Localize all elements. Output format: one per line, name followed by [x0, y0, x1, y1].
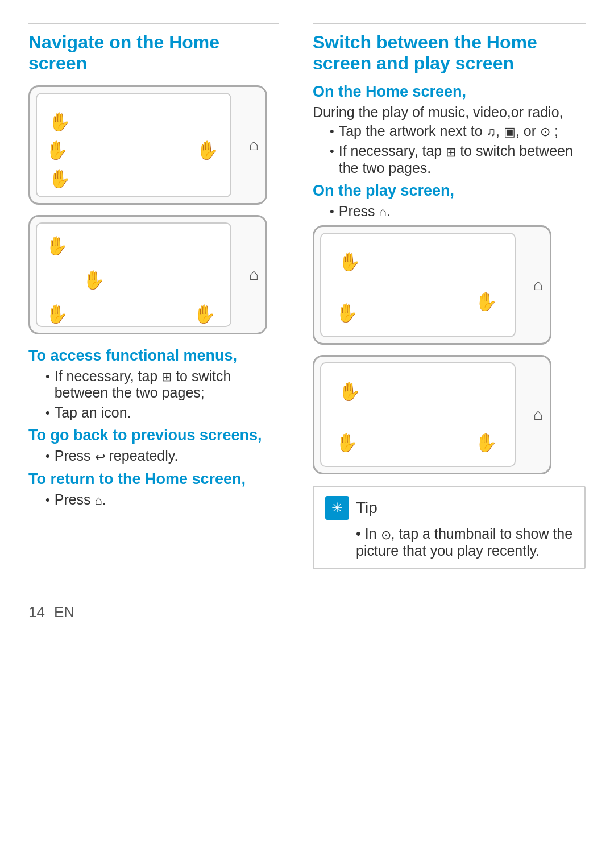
on-home-heading: On the Home screen,	[313, 83, 586, 101]
bullet-back-1-text: Press ↩ repeatedly.	[55, 448, 179, 464]
device-illustration-4: ✋ ✋ ✋ ⌂	[313, 355, 586, 474]
bullet-play-1: Press ⌂.	[330, 203, 586, 220]
bullet-access-1-text: If necessary, tap ⊞ to switch between th…	[55, 368, 279, 401]
page-number: 14	[28, 604, 45, 621]
bullet-home-1: Press ⌂.	[45, 491, 279, 508]
heading-return-home: To return to the Home screen,	[28, 470, 279, 488]
tip-header: ✳ Tip	[325, 496, 573, 520]
on-play-heading: On the play screen,	[313, 182, 586, 200]
swipe-gesture-2: ✋	[45, 139, 68, 161]
bullet-access-1: If necessary, tap ⊞ to switch between th…	[45, 368, 279, 401]
device-4: ✋ ✋ ✋ ⌂	[313, 355, 551, 474]
device-illustration-2: ✋ ✋ ✋ ✋ ⌂	[28, 215, 279, 334]
swipe-gesture-10: ✋	[475, 291, 497, 312]
swipe-gesture-9: ✋	[338, 251, 361, 272]
home-icon-3: ⌂	[533, 276, 543, 294]
right-column: Switch between the Home screen and play …	[313, 23, 586, 569]
left-column: Navigate on the Home screen ✋ ✋ ✋ ✋ ⌂ ✋ …	[28, 23, 279, 569]
swipe-gesture-13: ✋	[335, 432, 358, 453]
on-play-bullets: Press ⌂.	[313, 203, 586, 220]
swipe-gesture-11: ✋	[335, 302, 358, 324]
swipe-gesture-3: ✋	[48, 168, 71, 189]
device-2-screen: ✋ ✋ ✋ ✋	[36, 222, 231, 327]
music-note-icon: ♫	[487, 125, 496, 139]
tip-star-symbol: ✳	[331, 500, 343, 516]
device-1-screen: ✋ ✋ ✋ ✋	[36, 93, 231, 197]
back-arrow-icon: ↩	[95, 450, 105, 465]
swipe-gesture-14: ✋	[475, 432, 497, 453]
instructions-section: To access functional menus, If necessary…	[28, 347, 279, 508]
video-icon: ▣	[504, 125, 516, 139]
device-illustration-1: ✋ ✋ ✋ ✋ ⌂	[28, 85, 279, 205]
radio-icon: ⊙	[540, 125, 550, 139]
swipe-gesture-8: ✋	[193, 303, 216, 325]
swipe-gesture-5: ✋	[45, 235, 68, 257]
tip-box: ✳ Tip • In ⊙, tap a thumbnail to show th…	[313, 486, 586, 569]
right-section-title: Switch between the Home screen and play …	[313, 23, 586, 74]
bullet-home-screen-2-text: If necessary, tap ⊞ to switch between th…	[339, 143, 586, 176]
grid-icon-2: ⊞	[446, 145, 456, 160]
bullet-access-2-text: Tap an icon.	[55, 404, 131, 421]
swipe-gesture-7: ✋	[45, 303, 68, 325]
device-3: ✋ ✋ ✋ ⌂	[313, 225, 551, 345]
bullet-access-2: Tap an icon.	[45, 404, 279, 421]
bullets-go-back: Press ↩ repeatedly.	[28, 448, 279, 464]
tip-photo-icon: ⊙	[381, 528, 391, 543]
home-icon-1: ⌂	[249, 136, 259, 154]
page-footer: 14 EN	[28, 604, 586, 621]
swipe-gesture-12: ✋	[338, 381, 361, 402]
device-2: ✋ ✋ ✋ ✋ ⌂	[28, 215, 267, 334]
grid-icon-1: ⊞	[161, 370, 172, 385]
tip-content: • In ⊙, tap a thumbnail to show the pict…	[325, 526, 573, 559]
swipe-gesture-4: ✋	[196, 139, 219, 161]
device-4-screen: ✋ ✋ ✋	[320, 362, 516, 467]
home-icon-inline-2: ⌂	[379, 205, 387, 220]
home-icon-4: ⌂	[533, 406, 543, 424]
bullet-home-screen-1: Tap the artwork next to ♫, ▣, or ⊙ ;	[330, 123, 586, 139]
bullet-play-1-text: Press ⌂.	[339, 203, 391, 220]
bullet-home-1-text: Press ⌂.	[55, 491, 106, 508]
swipe-gesture-6: ✋	[82, 269, 105, 291]
bullet-home-screen-2: If necessary, tap ⊞ to switch between th…	[330, 143, 586, 176]
device-3-screen: ✋ ✋ ✋	[320, 233, 516, 337]
on-home-bullets: Tap the artwork next to ♫, ▣, or ⊙ ; If …	[313, 123, 586, 176]
language-label: EN	[54, 604, 74, 621]
bullet-back-1: Press ↩ repeatedly.	[45, 448, 279, 464]
bullets-access-menus: If necessary, tap ⊞ to switch between th…	[28, 368, 279, 421]
on-home-body: During the play of music, video,or radio…	[313, 104, 586, 121]
device-illustration-3: ✋ ✋ ✋ ⌂	[313, 225, 586, 345]
left-section-title: Navigate on the Home screen	[28, 23, 279, 74]
device-1: ✋ ✋ ✋ ✋ ⌂	[28, 85, 267, 205]
bullet-home-screen-1-text: Tap the artwork next to ♫, ▣, or ⊙ ;	[339, 123, 558, 139]
page-layout: Navigate on the Home screen ✋ ✋ ✋ ✋ ⌂ ✋ …	[28, 23, 586, 569]
heading-access-menus: To access functional menus,	[28, 347, 279, 365]
swipe-gesture-1: ✋	[48, 111, 71, 133]
tip-label: Tip	[356, 499, 377, 517]
tip-star-icon: ✳	[325, 496, 349, 520]
heading-go-back: To go back to previous screens,	[28, 427, 279, 444]
home-icon-2: ⌂	[249, 266, 259, 284]
home-icon-inline-1: ⌂	[95, 493, 102, 508]
bullets-return-home: Press ⌂.	[28, 491, 279, 508]
